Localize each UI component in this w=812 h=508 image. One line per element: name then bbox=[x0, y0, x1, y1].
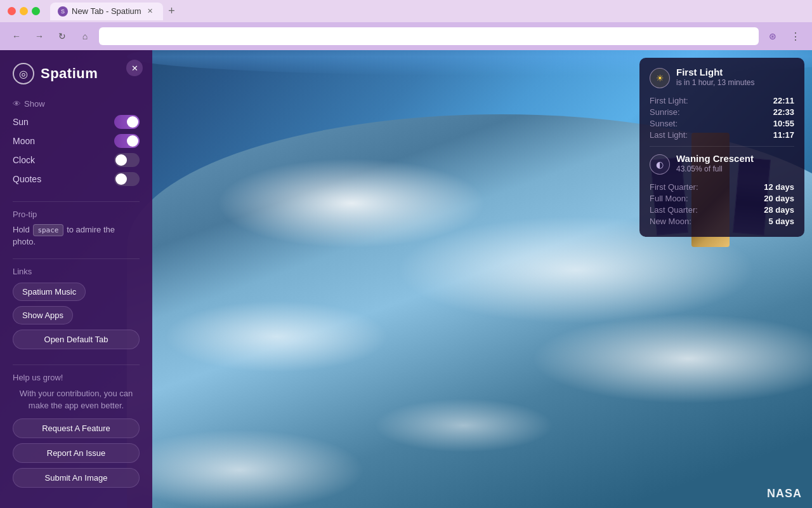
clock-toggle-row: Clock bbox=[13, 153, 140, 167]
moon-value-2: 20 days bbox=[764, 194, 794, 203]
clock-label: Clock bbox=[13, 155, 35, 165]
sun-toggle-knob bbox=[127, 116, 138, 128]
sun-data-line-2: Sunrise: 22:33 bbox=[650, 107, 794, 117]
clock-toggle[interactable] bbox=[114, 153, 140, 167]
help-section: Help us grow! With your contribution, yo… bbox=[0, 368, 152, 500]
home-button[interactable]: ⌂ bbox=[76, 27, 94, 45]
divider-1 bbox=[13, 201, 140, 202]
tab-close-button[interactable]: ✕ bbox=[145, 6, 155, 17]
sun-value-3: 10:55 bbox=[773, 119, 794, 128]
back-button[interactable]: ← bbox=[8, 27, 25, 45]
pro-tip-section: Pro-tip Hold space to admire the photo. bbox=[0, 204, 152, 256]
sun-label: Sun bbox=[13, 117, 29, 127]
help-text: With your contribution, you can make the… bbox=[13, 387, 140, 412]
space-key-badge: space bbox=[33, 224, 63, 236]
logo-text: Spatium bbox=[41, 65, 98, 82]
help-title: Help us grow! bbox=[13, 373, 140, 382]
first-light-subtitle: is in 1 hour, 13 minutes bbox=[676, 78, 754, 87]
sun-value-2: 22:33 bbox=[773, 107, 794, 117]
pro-tip-text: Hold space to admire the photo. bbox=[13, 224, 140, 248]
moon-info-icon: ◐ bbox=[650, 154, 670, 175]
sun-data-line-3: Sunset: 10:55 bbox=[650, 119, 794, 128]
active-tab[interactable]: S New Tab - Spatium ✕ bbox=[50, 3, 163, 20]
refresh-button[interactable]: ↻ bbox=[53, 27, 71, 45]
address-bar[interactable] bbox=[99, 27, 759, 45]
sun-data-line-4: Last Light: 11:17 bbox=[650, 130, 794, 140]
moon-data-line-1: First Quarter: 12 days bbox=[650, 182, 794, 192]
close-sidebar-button[interactable]: ✕ bbox=[126, 60, 143, 76]
moon-toggle-knob bbox=[127, 135, 138, 147]
quotes-toggle[interactable] bbox=[114, 172, 140, 186]
moon-info-content: Waning Crescent 43.05% of full bbox=[676, 153, 754, 173]
moon-title: Waning Crescent bbox=[676, 153, 754, 164]
moon-toggle[interactable] bbox=[114, 134, 140, 148]
moon-data-grid: First Quarter: 12 days Full Moon: 20 day… bbox=[650, 182, 794, 226]
sun-info-row: ☀ First Light is in 1 hour, 13 minutes bbox=[650, 67, 794, 88]
forward-button[interactable]: → bbox=[30, 27, 48, 45]
moon-label: Moon bbox=[13, 136, 35, 146]
minimize-window-button[interactable] bbox=[20, 7, 28, 15]
moon-value-1: 12 days bbox=[764, 182, 794, 192]
eye-icon: 👁 bbox=[13, 99, 21, 109]
content-area: ◎ Spatium ✕ 👁 Show Sun bbox=[0, 50, 812, 508]
sun-label-4: Last Light: bbox=[650, 130, 688, 140]
moon-label-3: Last Quarter: bbox=[650, 205, 698, 215]
sun-toggle-row: Sun bbox=[13, 115, 140, 129]
nav-bar: ← → ↻ ⌂ ⊛ ⋮ bbox=[0, 22, 812, 50]
clock-toggle-knob bbox=[115, 154, 127, 166]
moon-toggle-row: Moon bbox=[13, 134, 140, 148]
moon-label-2: Full Moon: bbox=[650, 194, 688, 203]
report-issue-button[interactable]: Report An Issue bbox=[13, 443, 140, 463]
moon-data-line-4: New Moon: 5 days bbox=[650, 217, 794, 226]
pro-tip-title: Pro-tip bbox=[13, 210, 140, 219]
sun-data-grid: First Light: 22:11 Sunrise: 22:33 Sunset… bbox=[650, 96, 794, 140]
sun-toggle[interactable] bbox=[114, 115, 140, 129]
request-feature-button[interactable]: Request A Feature bbox=[13, 418, 140, 438]
moon-data-line-2: Full Moon: 20 days bbox=[650, 194, 794, 203]
info-divider bbox=[650, 146, 794, 147]
show-apps-button[interactable]: Show Apps bbox=[13, 306, 73, 324]
browser-extension-icon[interactable]: ⊛ bbox=[764, 27, 782, 45]
browser-frame: S New Tab - Spatium ✕ + ← → ↻ ⌂ ⊛ ⋮ bbox=[0, 0, 812, 508]
moon-label-1: First Quarter: bbox=[650, 182, 698, 192]
logo-icon: ◎ bbox=[13, 63, 34, 84]
quotes-toggle-knob bbox=[115, 173, 127, 185]
tab-title: New Tab - Spatium bbox=[72, 6, 141, 16]
divider-3 bbox=[13, 364, 140, 365]
protip-before: Hold bbox=[13, 225, 30, 234]
maximize-window-button[interactable] bbox=[32, 7, 40, 15]
first-light-sub2: 13 minutes bbox=[717, 78, 755, 87]
moon-data-line-3: Last Quarter: 28 days bbox=[650, 205, 794, 215]
quotes-toggle-row: Quotes bbox=[13, 172, 140, 186]
show-section: 👁 Show Sun Moon Clock bbox=[0, 94, 152, 199]
sidebar: ◎ Spatium ✕ 👁 Show Sun bbox=[0, 50, 152, 508]
divider-2 bbox=[13, 258, 140, 259]
open-default-tab-button[interactable]: Open Default Tab bbox=[13, 330, 140, 349]
new-tab-button[interactable]: + bbox=[163, 3, 181, 20]
sun-label-2: Sunrise: bbox=[650, 107, 680, 117]
moon-info-row: ◐ Waning Crescent 43.05% of full bbox=[650, 153, 794, 175]
sidebar-header: ◎ Spatium ✕ bbox=[0, 50, 152, 94]
show-section-title: 👁 Show bbox=[13, 99, 140, 109]
moon-value-4: 5 days bbox=[769, 217, 794, 226]
traffic-lights bbox=[8, 7, 40, 15]
first-light-title: First Light bbox=[676, 67, 754, 77]
moon-value-3: 28 days bbox=[764, 205, 794, 215]
links-section: Links Spatium Music Show Apps Open Defau… bbox=[0, 262, 152, 362]
spatium-music-button[interactable]: Spatium Music bbox=[13, 283, 86, 301]
first-light-sub1: is in 1 hour, bbox=[676, 78, 715, 87]
title-bar: S New Tab - Spatium ✕ + bbox=[0, 0, 812, 22]
sun-value-4: 11:17 bbox=[773, 130, 794, 140]
quotes-label: Quotes bbox=[13, 174, 41, 184]
links-row-1: Spatium Music Show Apps bbox=[13, 283, 140, 324]
sun-info-content: First Light is in 1 hour, 13 minutes bbox=[676, 67, 754, 87]
moon-label-4: New Moon: bbox=[650, 217, 691, 226]
sun-data-line-1: First Light: 22:11 bbox=[650, 96, 794, 105]
submit-image-button[interactable]: Submit An Image bbox=[13, 468, 140, 488]
close-window-button[interactable] bbox=[8, 7, 16, 15]
links-title: Links bbox=[13, 267, 140, 276]
sun-info-icon: ☀ bbox=[650, 68, 670, 88]
info-panel: ☀ First Light is in 1 hour, 13 minutes F… bbox=[639, 58, 804, 237]
sun-label-3: Sunset: bbox=[650, 119, 678, 128]
more-options-button[interactable]: ⋮ bbox=[787, 27, 804, 45]
